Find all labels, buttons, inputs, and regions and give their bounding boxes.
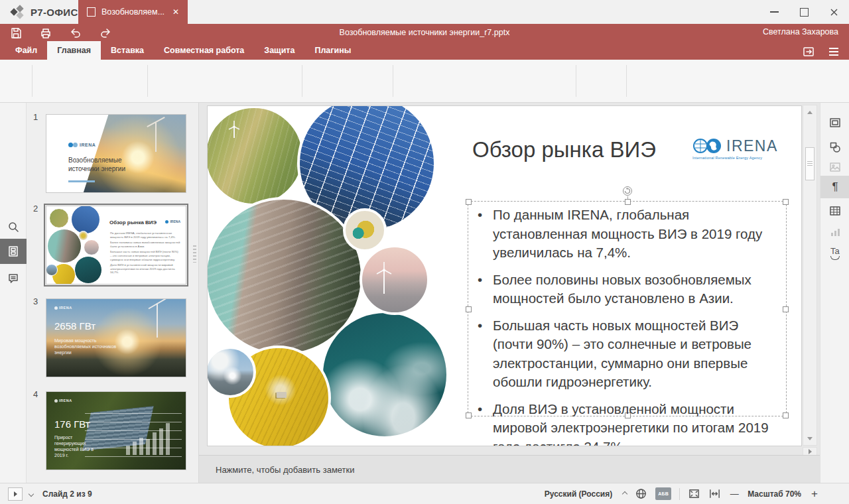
- tab-insert[interactable]: Вставка: [101, 41, 154, 60]
- open-file-location-button[interactable]: [801, 44, 816, 59]
- close-icon: [829, 7, 839, 17]
- zoom-level: Масштаб 70%: [748, 489, 801, 499]
- maximize-icon: [800, 8, 809, 17]
- tab-protection[interactable]: Защита: [254, 41, 304, 60]
- language-selector[interactable]: Русский (Россия): [545, 489, 612, 499]
- undo-button[interactable]: [66, 25, 85, 41]
- slide3-caption: Мировая мощность возобновляемых источник…: [54, 338, 121, 355]
- minimize-icon: [770, 11, 779, 13]
- scroll-up-button[interactable]: [805, 107, 815, 117]
- app-logo: Р7-ОФИС: [11, 0, 78, 24]
- quick-access-toolbar: [7, 25, 115, 41]
- chart-settings-button[interactable]: [820, 221, 849, 243]
- slides-panel-button[interactable]: [0, 239, 27, 264]
- zoom-in-button[interactable]: +: [809, 489, 820, 499]
- scroll-down-button[interactable]: [805, 433, 815, 444]
- notes-area[interactable]: Нажмите, чтобы добавить заметки: [199, 455, 820, 483]
- rotate-handle[interactable]: [622, 186, 633, 196]
- close-tab-icon[interactable]: ✕: [172, 7, 179, 17]
- slide-canvas[interactable]: Обзор рынка ВИЭ IRENA International Rene…: [208, 106, 801, 446]
- photo-circle-offshore-wind[interactable]: [359, 245, 430, 315]
- spellcheck-button[interactable]: АБВ: [655, 487, 671, 500]
- status-bar: Слайд 2 из 9 Русский (Россия) АБВ — Масш…: [0, 483, 849, 504]
- irena-logo[interactable]: IRENA International Renewable Energy Age…: [692, 137, 785, 160]
- shape-settings-button[interactable]: [820, 136, 849, 158]
- slide-thumbnails-panel: 1 IRENA Возобновляемые источники энергии…: [27, 103, 199, 483]
- window-controls: [759, 0, 849, 24]
- slide-4-number: 4: [33, 389, 38, 399]
- slide-title[interactable]: Обзор рынка ВИЭ: [472, 137, 656, 162]
- notes-placeholder: Нажмите, чтобы добавить заметки: [216, 465, 355, 475]
- document-tab[interactable]: Возобновляем... ✕: [78, 0, 188, 24]
- slide-settings-button[interactable]: [820, 111, 849, 134]
- document-title: Возобновляемые источники энергии_r7.pptx: [133, 28, 716, 37]
- redo-button[interactable]: [96, 25, 115, 41]
- resize-handle-se[interactable]: [783, 412, 789, 418]
- r7-logo-icon: [11, 5, 25, 19]
- slideshow-options-chevron[interactable]: [29, 491, 34, 496]
- scrollbar-thumb[interactable]: [805, 147, 815, 180]
- language-chevron-icon[interactable]: [622, 491, 627, 496]
- tab-collaboration[interactable]: Совместная работа: [154, 41, 254, 60]
- bullet-item: •Более половины новых возобновляемых мощ…: [478, 271, 781, 308]
- slide1-photo: [46, 115, 186, 193]
- zoom-out-button[interactable]: —: [729, 489, 740, 499]
- paragraph-settings-button[interactable]: ¶: [820, 176, 849, 198]
- resize-handle-w[interactable]: [466, 306, 472, 312]
- slide4-caption: Прирост генерирующих мощностей ВИЭ в 201…: [54, 434, 101, 458]
- canvas-vertical-scrollbar[interactable]: [803, 105, 817, 446]
- fit-slide-button[interactable]: [688, 487, 700, 500]
- document-tab-label: Возобновляем...: [101, 7, 164, 17]
- thumbnails-scrollbar[interactable]: [193, 245, 196, 263]
- image-settings-button[interactable]: [820, 156, 849, 178]
- start-slideshow-status-button[interactable]: [8, 487, 23, 501]
- photo-circle-ocean-waves[interactable]: [320, 310, 449, 439]
- photo-circle-farm-windmill[interactable]: [208, 106, 304, 206]
- resize-handle-ne[interactable]: [783, 199, 789, 205]
- search-button[interactable]: [0, 214, 27, 239]
- irena-globes-icon: [692, 137, 723, 155]
- set-language-globe-button[interactable]: [635, 487, 647, 500]
- ribbon-tabs: Файл Главная Вставка Совместная работа З…: [5, 41, 361, 60]
- comments-button[interactable]: [0, 266, 27, 291]
- app-name: Р7-ОФИС: [31, 7, 78, 18]
- slide1-irena-logo: IRENA: [68, 143, 96, 147]
- slide1-title: Возобновляемые источники энергии: [68, 156, 141, 173]
- irena-logo-text: IRENA: [726, 137, 778, 155]
- slide2-irena-logo: IRENA: [165, 220, 180, 223]
- photo-circle-geothermal[interactable]: [343, 208, 387, 252]
- maximize-button[interactable]: [789, 0, 819, 24]
- header-right-icons: [801, 44, 841, 59]
- resize-handle-nw[interactable]: [466, 199, 472, 205]
- presentation-editor-window: Р7-ОФИС Возобновляем... ✕ Возобновляемые…: [0, 0, 849, 504]
- resize-handle-e[interactable]: [783, 306, 789, 312]
- slide-3-thumbnail[interactable]: IRENA 2658 ГВт Мировая мощность возобнов…: [46, 298, 186, 377]
- bullet-item: •По данным IRENA, глобальная установленн…: [478, 206, 781, 263]
- slide4-irena-logo: IRENA: [54, 399, 72, 403]
- slide3-irena-logo: IRENA: [54, 306, 72, 310]
- hamburger-menu-button[interactable]: [826, 44, 841, 59]
- slide-1-thumbnail[interactable]: IRENA Возобновляемые источники энергии: [46, 114, 186, 193]
- slide-4-thumbnail[interactable]: IRENA 176 ГВт Прирост генерирующих мощно…: [46, 391, 186, 470]
- minimize-button[interactable]: [759, 0, 789, 24]
- slide-counter: Слайд 2 из 9: [42, 489, 92, 499]
- fit-width-button[interactable]: [708, 487, 721, 500]
- save-button[interactable]: [7, 25, 25, 41]
- left-sidebar: [0, 103, 27, 483]
- bullet-item: •Большая часть новых мощностей ВИЭ (почт…: [478, 316, 781, 392]
- print-button[interactable]: [36, 25, 55, 41]
- table-settings-button[interactable]: [820, 200, 849, 222]
- resize-handle-n[interactable]: [625, 199, 631, 205]
- bullet-text-box[interactable]: •По данным IRENA, глобальная установленн…: [478, 206, 781, 446]
- text-box-selection[interactable]: •По данным IRENA, глобальная установленн…: [468, 201, 787, 416]
- editor-canvas: Обзор рынка ВИЭ IRENA International Rene…: [199, 103, 820, 455]
- tab-file[interactable]: Файл: [5, 41, 47, 60]
- close-window-button[interactable]: [819, 0, 849, 24]
- slide-2-thumbnail-selected[interactable]: Обзор рынка ВИЭ IRENA По данным IRENA, г…: [46, 206, 186, 284]
- slide-3-number: 3: [33, 296, 38, 306]
- resize-handle-sw[interactable]: [466, 412, 472, 418]
- tab-home[interactable]: Главная: [47, 41, 101, 60]
- tab-plugins[interactable]: Плагины: [304, 41, 361, 60]
- header: Возобновляемые источники энергии_r7.pptx…: [0, 24, 849, 60]
- textart-settings-button[interactable]: Ta: [820, 242, 849, 265]
